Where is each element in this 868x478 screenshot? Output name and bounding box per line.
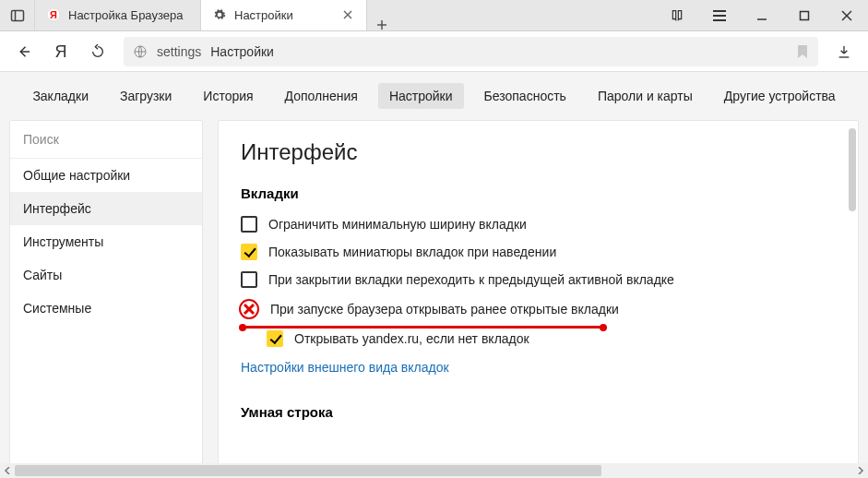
bookmark-icon[interactable] [796,44,809,59]
sidebar-item-system[interactable]: Системные [10,292,202,325]
topnav-settings[interactable]: Настройки [378,83,464,109]
scrollbar-horizontal[interactable] [0,463,868,478]
tab-title: Настройки [234,8,333,22]
gear-icon [212,7,227,22]
option-label: При запуске браузера открывать ранее отк… [270,302,619,317]
titlebar: Я Настройка Браузера Настройки [0,0,868,31]
address-bar[interactable]: settings Настройки [124,37,818,66]
home-button[interactable]: Я [44,35,77,68]
scroll-left-icon[interactable] [0,463,15,478]
yandex-icon: Я [46,7,61,22]
sidebar-item-general[interactable]: Общие настройки [10,159,202,192]
settings-main: Интерфейс Вкладки Ограничить минимальную… [218,120,859,478]
url-host: settings [157,44,201,59]
reader-mode-button[interactable] [656,0,698,30]
tab-title: Настройка Браузера [68,8,189,22]
sidebar-toggle-button[interactable] [0,0,35,30]
topnav-downloads[interactable]: Загрузки [109,83,183,109]
sidebar-item-sites[interactable]: Сайты [10,258,202,292]
checkbox[interactable] [241,271,257,288]
section-omnibox-title: Умная строка [241,404,836,420]
scrollbar-thumb[interactable] [15,465,601,476]
topnav-devices[interactable]: Другие устройства [713,83,847,109]
option-close-to-prev[interactable]: При закрытии вкладки переходить к предыд… [241,266,836,293]
back-button[interactable] [7,35,41,68]
checkbox[interactable] [241,216,257,233]
downloads-button[interactable] [827,35,861,68]
sidebar-item-interface[interactable]: Интерфейс [10,192,202,225]
option-label: Показывать миниатюры вкладок при наведен… [268,245,556,259]
option-label: При закрытии вкладки переходить к предыд… [268,272,674,287]
url-rest: Настройки [210,44,274,59]
tab-0[interactable]: Я Настройка Браузера [35,0,201,30]
settings-sidebar: Поиск Общие настройки Интерфейс Инструме… [9,120,203,478]
tab-strip: Я Настройка Браузера Настройки [35,0,656,30]
section-tabs-title: Вкладки [241,185,836,201]
svg-rect-12 [801,11,809,19]
checkbox[interactable] [267,330,283,347]
sidebar-item-tools[interactable]: Инструменты [10,225,202,258]
page-heading: Интерфейс [241,139,836,165]
annotation-underline [241,326,605,329]
topnav-history[interactable]: История [192,83,264,109]
option-label: Ограничить минимальную ширину вкладки [268,217,527,232]
new-tab-button[interactable] [367,19,397,30]
checkbox[interactable] [241,244,257,260]
reload-button[interactable] [81,35,114,68]
maximize-button[interactable] [783,0,826,30]
topnav-security[interactable]: Безопасность [473,83,577,109]
site-info-icon[interactable] [133,44,148,59]
minimize-button[interactable] [741,0,783,30]
topnav-bookmarks[interactable]: Закладки [21,83,100,109]
menu-button[interactable] [698,0,741,30]
svg-text:Я: Я [50,9,57,20]
settings-search-input[interactable]: Поиск [10,121,202,159]
scroll-right-icon[interactable] [853,463,868,478]
window-controls [656,0,868,30]
topnav-extensions[interactable]: Дополнения [274,83,369,109]
close-window-button[interactable] [826,0,868,30]
scrollbar-vertical[interactable] [849,128,856,211]
option-open-yandex-if-empty[interactable]: Открывать yandex.ru, если нет вкладок [267,325,836,353]
option-min-tab-width[interactable]: Ограничить минимальную ширину вкладки [241,210,836,238]
svg-rect-0 [11,10,23,20]
svg-text:Я: Я [55,42,67,61]
option-tab-thumbnails[interactable]: Показывать миниатюры вкладок при наведен… [241,238,836,266]
settings-topnav: Закладки Загрузки История Дополнения Нас… [0,72,868,120]
option-restore-tabs[interactable]: При запуске браузера открывать ранее отк… [241,293,836,325]
settings-page: Закладки Загрузки История Дополнения Нас… [0,72,868,478]
topnav-passwords[interactable]: Пароли и карты [587,83,704,109]
toolbar: Я settings Настройки [0,31,868,72]
tab-1[interactable]: Настройки [201,0,367,30]
close-icon[interactable] [340,7,355,22]
option-label: Открывать yandex.ru, если нет вкладок [294,331,529,346]
tabs-appearance-link[interactable]: Настройки внешнего вида вкладок [241,353,449,378]
annotation-x-icon [239,299,259,319]
